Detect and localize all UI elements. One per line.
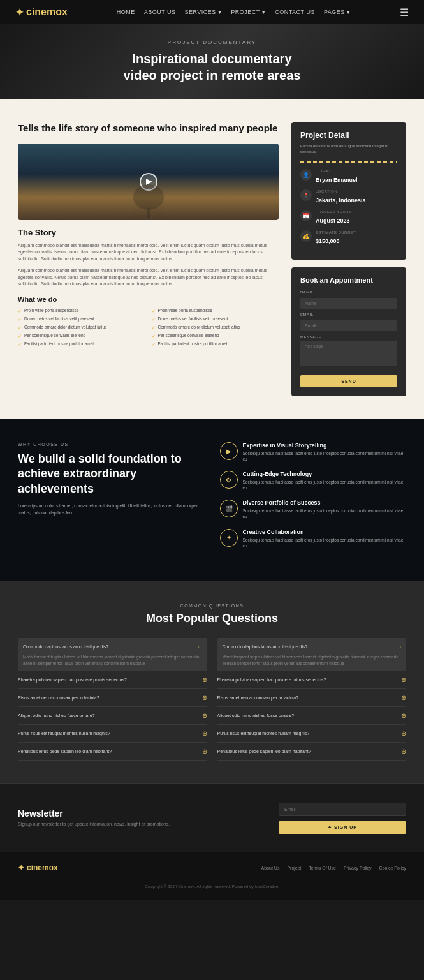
pd-client-info: CLIENT Bryan Emanuel [316, 169, 358, 184]
email-label: EMAIL [300, 313, 397, 316]
faq-left-2[interactable]: Risus amet neo accumsan per in lacinia? … [18, 689, 207, 707]
check-icon: ✔ [152, 317, 156, 322]
feature-item-0: ✔Proin vitae porta suspendisse [18, 308, 145, 314]
faq-q-right-5[interactable]: Penatibus lefus pede sapien leo diam hab… [217, 748, 407, 755]
faq-q-right-3[interactable]: Aliquet odio nunc nisl eu fusce ornare? … [217, 712, 407, 719]
footer-logo[interactable]: ✦ cinemox [18, 863, 58, 872]
faq-left-1[interactable]: Pharetra pulvinar sapien hac posuere pri… [18, 671, 207, 689]
faq-q-right-4[interactable]: Purus risus elit feugiat montes nullam m… [217, 730, 407, 737]
footer-logo-text: cinemox [27, 863, 58, 872]
email-input[interactable] [300, 320, 397, 331]
faq-grid: Commodo dapibus lacus arou tristique dis… [18, 638, 406, 761]
newsletter-right: ✦ SIGN UP [279, 802, 406, 834]
pd-budget-info: ESTIMATE BUDGET $150,000 [316, 230, 356, 246]
why-feature-title-3: Creative Collaboration [243, 529, 407, 535]
why-feature-icon-1: ⚙ [220, 471, 238, 489]
why-feature-desc-2: Sociosqu tempus habitasse taciti eros ju… [243, 508, 407, 519]
story-p2: Aliquam commodo blandit est malesuada ma… [18, 267, 279, 288]
why-section: WHY CHOOSE US We build a solid foundatio… [0, 419, 424, 581]
newsletter-title: Newsletter [18, 808, 266, 819]
video-thumbnail[interactable] [18, 144, 279, 220]
faq-left-3[interactable]: Aliquet odio nunc nisl eu fusce ornare? … [18, 707, 207, 725]
pd-years: 📅 PROJECT YEARS August 2023 [300, 210, 397, 225]
location-label: LOCATION [316, 189, 366, 193]
feature-item-2: ✔Commodo ornare dolor dictum volutpat ia… [18, 325, 145, 330]
faq-toggle-icon: ⊕ [401, 748, 406, 755]
location-icon: 📍 [300, 189, 312, 201]
faq-q-left-4[interactable]: Purus risus elit feugiat montes nullam m… [18, 730, 207, 737]
hero-section: PROJECT DOCUMENTARY Inspirational docume… [0, 24, 424, 99]
nav-services[interactable]: SERVICES▼ [185, 9, 223, 15]
message-input[interactable] [300, 341, 397, 366]
faq-toggle-icon: ⊕ [401, 694, 406, 701]
why-feature-text-0: Expertise in Visual Storytelling Sociosq… [243, 442, 407, 462]
hamburger-icon[interactable]: ☰ [400, 6, 409, 19]
faq-q-left-5[interactable]: Penatibus lefus pede sapien leo diam hab… [18, 748, 207, 755]
faq-right-2[interactable]: Risus amet neo accumsan per in lacinia? … [217, 689, 407, 707]
faq-right-3[interactable]: Aliquet odio nunc nisl eu fusce ornare? … [217, 707, 407, 725]
faq-right-4[interactable]: Purus risus elit feugiat montes nullam m… [217, 725, 407, 743]
newsletter-left: Newsletter Signup our newsletter to get … [18, 808, 266, 828]
logo-text: cinemox [26, 6, 68, 18]
faq-q-left-3[interactable]: Aliquet odio nunc nisl eu fusce ornare? … [18, 712, 207, 719]
nav-home[interactable]: HOME [117, 9, 135, 15]
check-icon: ✔ [18, 325, 22, 330]
project-detail-desc: Facilisi eros risus arcu eu augue socios… [300, 144, 397, 155]
svg-rect-1 [147, 207, 150, 218]
budget-label: ESTIMATE BUDGET [316, 230, 356, 234]
faq-toggle-icon: ⊕ [401, 730, 406, 737]
check-icon: ✔ [152, 342, 156, 347]
faq-right-col: Commodo dapibus lacus arcu tristique dis… [217, 638, 407, 761]
faq-q-right-0[interactable]: Commodo dapibus lacus arcu tristique dis… [223, 643, 402, 650]
footer-links: About Us Project Terms Of Use Privacy Po… [261, 866, 406, 870]
check-icon: ✔ [18, 309, 22, 314]
nav-contact[interactable]: CONTACT US [275, 9, 315, 15]
footer-top: ✦ cinemox About Us Project Terms Of Use … [18, 863, 406, 872]
faq-toggle-icon: ⊕ [202, 694, 207, 701]
name-input[interactable] [300, 298, 397, 309]
why-feature-icon-2: 🎬 [220, 500, 238, 517]
feature-item-3: ✔Per scelerisque convallis eleifend [18, 333, 145, 339]
project-detail-title: Project Detail [300, 131, 397, 140]
faq-q-right-2[interactable]: Risus amet neo accumsan per in lacinia? … [217, 694, 407, 701]
why-feature-2: 🎬 Diverse Portfolio of Success Sociosqu … [220, 500, 407, 519]
calendar-icon: 📅 [300, 210, 312, 221]
budget-icon: 💰 [300, 230, 312, 242]
pd-budget: 💰 ESTIMATE BUDGET $150,000 [300, 230, 397, 246]
faq-right-5[interactable]: Penatibus lefus pede sapien leo diam hab… [217, 743, 407, 761]
pd-years-info: PROJECT YEARS August 2023 [316, 210, 351, 225]
check-icon: ✔ [18, 317, 22, 322]
main-right: Project Detail Facilisi eros risus arcu … [291, 122, 406, 396]
footer-link-3[interactable]: Privacy Policy [344, 866, 372, 870]
pd-client: 👤 CLIENT Bryan Emanuel [300, 169, 397, 184]
client-name: Bryan Emanuel [316, 177, 358, 183]
footer-link-0[interactable]: About Us [261, 866, 280, 870]
faq-right-1[interactable]: Pharetra pulvinar sapien hac posuere pri… [217, 671, 407, 689]
why-desc: Lorem ipsum dolor sit amet, consectetur … [18, 503, 205, 516]
faq-left-5[interactable]: Penatibus lefus pede sapien leo diam hab… [18, 743, 207, 761]
nav-links: HOME ABOUT US SERVICES▼ PROJECT▼ CONTACT… [117, 9, 351, 15]
nav-pages[interactable]: PAGES▼ [324, 9, 351, 15]
footer-link-2[interactable]: Terms Of Use [309, 866, 336, 870]
why-feature-title-1: Cutting-Edge Technology [243, 471, 407, 477]
newsletter-signup-button[interactable]: ✦ SIGN UP [279, 821, 406, 834]
faq-right-0[interactable]: Commodo dapibus lacus arcu tristique dis… [217, 638, 407, 672]
faq-q-left-0[interactable]: Commodo dapibus lacus arou tristique dis… [23, 643, 202, 650]
tree-image [123, 169, 174, 220]
faq-a-left-0: Morbi torquent turpis ultrices vel himen… [23, 654, 202, 667]
hero-title: Inspirational documentary video project … [117, 50, 308, 84]
send-button[interactable]: SEND [300, 375, 397, 387]
nav-about[interactable]: ABOUT US [144, 9, 176, 15]
faq-q-right-1[interactable]: Pharetra pulvinar sapien hac posuere pri… [217, 676, 407, 683]
why-feature-icon-0: ▶ [220, 442, 238, 460]
footer-link-4[interactable]: Cookie Policy [379, 866, 406, 870]
logo[interactable]: ✦ cinemox [15, 6, 68, 19]
feature-item-7: ✔Commodo ornare dolor dictum volutpat ia… [152, 325, 279, 330]
faq-left-4[interactable]: Purus risus elit feugiat montes nullam m… [18, 725, 207, 743]
nav-project[interactable]: PROJECT▼ [231, 9, 266, 15]
faq-q-left-2[interactable]: Risus amet neo accumsan per in lacinia? … [18, 694, 207, 701]
faq-q-left-1[interactable]: Pharetra pulvinar sapien hac posuere pri… [18, 676, 207, 683]
newsletter-email-input[interactable] [279, 803, 406, 816]
footer-link-1[interactable]: Project [287, 866, 301, 870]
faq-left-0[interactable]: Commodo dapibus lacus arou tristique dis… [18, 638, 207, 672]
